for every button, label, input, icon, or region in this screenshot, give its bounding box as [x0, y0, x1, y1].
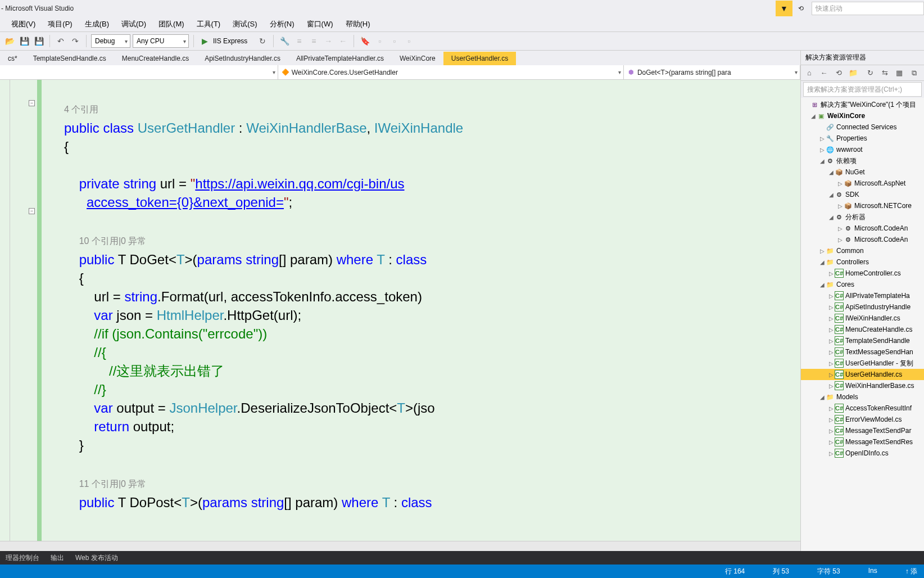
tree-f6[interactable]: ▷C#TextMessageSendHan [801, 346, 924, 358]
tab-3[interactable]: ApiSetIndustryHandler.cs [197, 52, 288, 65]
tree-m5[interactable]: ▷C#OpenIDInfo.cs [801, 448, 924, 459]
save-all-button[interactable]: 💾 [33, 35, 45, 47]
tool-btn-1[interactable]: 🔧 [278, 35, 291, 47]
tree-solution[interactable]: ⊞解决方案"WeiXinCore"(1 个项目 [801, 99, 924, 110]
tb-btn-4[interactable]: 📁 [847, 67, 859, 79]
config-dropdown[interactable]: Debug [91, 34, 130, 48]
codelens-doget[interactable]: 10 个引用|0 异常 [79, 236, 147, 246]
tree-aspnet[interactable]: ▷📦Microsoft.AspNet [801, 178, 924, 189]
tree-homectl[interactable]: ▷C#HomeController.cs [801, 268, 924, 279]
tab-web-publish[interactable]: Web 发布活动 [70, 551, 124, 565]
tree-f5[interactable]: ▷C#TemplateSendHandle [801, 335, 924, 346]
tab-2[interactable]: MenuCreateHandle.cs [114, 52, 197, 65]
tree-f4[interactable]: ▷C#MenuCreateHandle.cs [801, 324, 924, 335]
home-button[interactable]: ⌂ [803, 67, 816, 79]
tree-cores[interactable]: ◢📁Cores [801, 279, 924, 290]
tab-output[interactable]: 输出 [45, 551, 70, 565]
tree-netcore[interactable]: ▷📦Microsoft.NETCore [801, 200, 924, 211]
sync-view-button[interactable]: ⟲ [832, 67, 845, 79]
nav-project[interactable] [0, 65, 278, 79]
tab-pm-console[interactable]: 理器控制台 [0, 551, 45, 565]
tree-m2[interactable]: ▷C#ErrorViewModel.cs [801, 414, 924, 425]
bookmark-button[interactable]: 🔖 [359, 35, 371, 47]
menu-team[interactable]: 团队(M) [153, 17, 190, 31]
codelens-dopost[interactable]: 11 个引用|0 异常 [79, 479, 147, 489]
tree-f1[interactable]: ▷C#AllPrivateTemplateHa [801, 290, 924, 301]
undo-button[interactable]: ↶ [55, 35, 67, 47]
tree-m1[interactable]: ▷C#AccessTokenResultInf [801, 403, 924, 414]
tree-f8[interactable]: ▷C#UserGetHandler.cs [801, 369, 924, 380]
menu-project[interactable]: 项目(P) [42, 17, 78, 31]
menu-view[interactable]: 视图(V) [6, 17, 41, 31]
properties-button[interactable]: ⧉ [908, 67, 920, 79]
tree-connected[interactable]: 🔗Connected Services [801, 121, 924, 133]
tab-1[interactable]: TemplateSendHandle.cs [25, 52, 114, 65]
outdent-button[interactable]: ← [337, 35, 349, 47]
nav-member[interactable]: ⬢DoGet<T>(params string[] para [624, 65, 800, 79]
tree-controllers[interactable]: ◢📁Controllers [801, 256, 924, 268]
funnel-icon: ▼ [780, 4, 788, 13]
tree-properties[interactable]: ▷🔧Properties [801, 133, 924, 144]
quick-launch-input[interactable]: 快速启动 [812, 2, 924, 15]
tab-4[interactable]: AllPrivateTemplateHandler.cs [288, 52, 392, 65]
tree-f2[interactable]: ▷C#ApiSetIndustryHandle [801, 301, 924, 313]
tree-f9[interactable]: ▷C#WeiXinHandlerBase.cs [801, 380, 924, 391]
tree-m4[interactable]: ▷C#MessageTextSendRes [801, 436, 924, 448]
tree-f3[interactable]: ▷C#IWeiXinHandler.cs [801, 313, 924, 324]
collapse-button[interactable]: ⇆ [878, 67, 891, 79]
tab-0[interactable]: cs* [0, 52, 25, 65]
tree-deps[interactable]: ◢⚙依赖项 [801, 155, 924, 166]
open-button[interactable]: 📂 [3, 35, 16, 47]
tree-nuget[interactable]: ◢📦NuGet [801, 166, 924, 178]
collapse-class[interactable]: − [29, 100, 35, 106]
tab-5[interactable]: WeiXinCore [392, 52, 443, 65]
method-icon: ⬢ [627, 69, 635, 76]
run-button[interactable]: ▶ [198, 35, 211, 47]
tree-codean2[interactable]: ▷⚙Microsoft.CodeAn [801, 234, 924, 245]
menu-tools[interactable]: 工具(T) [191, 17, 227, 31]
indent-button[interactable]: → [322, 35, 334, 47]
back-button[interactable]: ← [818, 67, 830, 79]
menu-build[interactable]: 生成(B) [79, 17, 115, 31]
status-add[interactable]: ↑ 添 [905, 567, 917, 576]
codelens-class[interactable]: 4 个引用 [64, 105, 98, 114]
tree-analyzer[interactable]: ◢⚙分析器 [801, 211, 924, 223]
collapse-method[interactable]: − [29, 208, 35, 214]
tree-wwwroot[interactable]: ▷🌐wwwroot [801, 144, 924, 155]
tree-codean1[interactable]: ▷⚙Microsoft.CodeAn [801, 223, 924, 234]
refresh-button[interactable]: ↻ [864, 67, 876, 79]
tree-project[interactable]: ◢▣WeiXinCore [801, 110, 924, 121]
cs-file-icon: C# [835, 325, 844, 334]
show-all-button[interactable]: ▦ [893, 67, 905, 79]
tab-6[interactable]: UserGetHandler.cs [443, 52, 516, 65]
tree-m3[interactable]: ▷C#MessageTextSendPar [801, 425, 924, 436]
tool-btn-3[interactable]: ▫ [388, 35, 400, 47]
platform-dropdown[interactable]: Any CPU [133, 34, 189, 48]
uncomment-button[interactable]: ≡ [307, 35, 320, 47]
tree-models[interactable]: ◢📁Models [801, 391, 924, 403]
package-icon: ⚙ [844, 235, 853, 244]
tool-btn-4[interactable]: ▫ [402, 35, 415, 47]
menu-test[interactable]: 测试(S) [227, 17, 262, 31]
code-body[interactable]: 4 个引用 public class UserGetHandler : WeiX… [42, 80, 800, 541]
browser-link-button[interactable]: ↻ [256, 35, 269, 47]
redo-button[interactable]: ↷ [69, 35, 81, 47]
menu-analyze[interactable]: 分析(N) [264, 17, 300, 31]
menu-help[interactable]: 帮助(H) [340, 17, 376, 31]
horizontal-scrollbar[interactable] [0, 541, 800, 551]
nav-class[interactable]: 🔶WeiXinCore.Cores.UserGetHandler [278, 65, 624, 79]
comment-button[interactable]: ≡ [293, 35, 305, 47]
solution-search-input[interactable]: 搜索解决方案资源管理器(Ctrl+;) [803, 82, 922, 97]
solution-tree[interactable]: ⊞解决方案"WeiXinCore"(1 个项目 ◢▣WeiXinCore 🔗Co… [801, 98, 924, 551]
run-target[interactable]: IIS Express [213, 37, 254, 45]
tool-btn-2[interactable]: ▫ [373, 35, 386, 47]
save-button[interactable]: 💾 [18, 35, 30, 47]
notifications-button[interactable]: ▼ [776, 1, 792, 16]
menu-window[interactable]: 窗口(W) [301, 17, 339, 31]
tree-f7[interactable]: ▷C#UserGetHandler - 复制 [801, 358, 924, 369]
feedback-button[interactable]: ⟲ [792, 1, 809, 16]
tree-common[interactable]: ▷📁Common [801, 245, 924, 256]
tree-sdk[interactable]: ◢⚙SDK [801, 189, 924, 200]
code-editor[interactable]: − − 4 个引用 public class UserGetHandler : … [0, 80, 800, 541]
menu-debug[interactable]: 调试(D) [116, 17, 152, 31]
